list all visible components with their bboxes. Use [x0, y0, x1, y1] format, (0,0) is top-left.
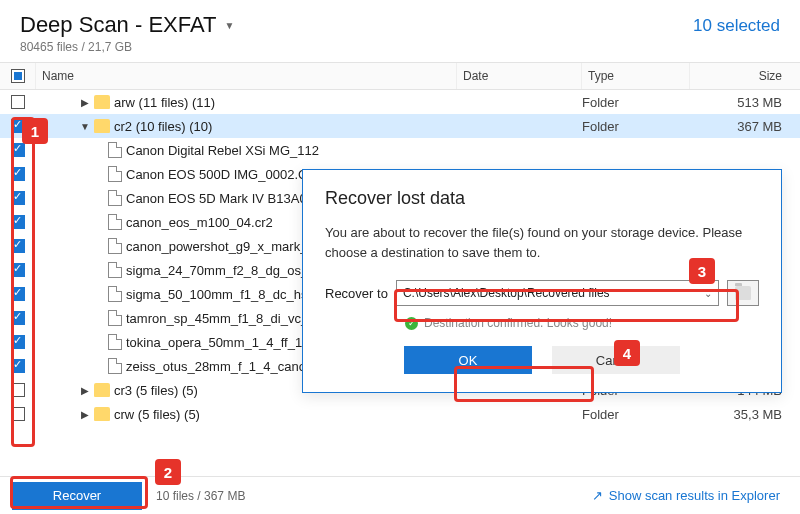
file-icon [108, 190, 122, 206]
folder-row[interactable]: ▼cr2 (10 files) (10)Folder367 MB [0, 114, 800, 138]
file-icon [108, 334, 122, 350]
row-name-text: cr3 (5 files) (5) [114, 383, 198, 398]
callout-1: 1 [22, 118, 48, 144]
destination-confirm-text: Destination confirmed. Looks good! [424, 316, 612, 330]
row-name[interactable]: ▶arw (11 files) (11) [36, 95, 457, 110]
row-checkbox[interactable] [0, 239, 36, 253]
row-type: Folder [582, 95, 690, 110]
destination-path-value: C:\Users\Alex\Desktop\Recovered files [403, 286, 610, 300]
check-icon: ✓ [405, 317, 418, 330]
row-name-text: canon_powershot_g9_x_mark_ii_ [126, 239, 320, 254]
row-name-text: crw (5 files) (5) [114, 407, 200, 422]
folder-icon [94, 95, 110, 109]
column-type[interactable]: Type [582, 63, 690, 89]
row-name[interactable]: Canon Digital Rebel XSi MG_112 [36, 142, 457, 158]
folder-icon [94, 383, 110, 397]
select-all-checkbox[interactable] [0, 63, 36, 89]
expander-icon[interactable]: ▶ [80, 97, 90, 108]
row-name-text: tokina_opera_50mm_1_4_ff_19.c [126, 335, 319, 350]
row-checkbox[interactable] [0, 191, 36, 205]
callout-3: 3 [689, 258, 715, 284]
row-name-text: zeiss_otus_28mm_f_1_4_canon_e [126, 359, 328, 374]
row-name-text: arw (11 files) (11) [114, 95, 215, 110]
row-name-text: tamron_sp_45mm_f1_8_di_vc_us [126, 311, 322, 326]
row-type: Folder [582, 119, 690, 134]
row-checkbox[interactable] [0, 263, 36, 277]
destination-confirm: ✓ Destination confirmed. Looks good! [405, 316, 759, 330]
row-checkbox[interactable] [0, 167, 36, 181]
folder-icon [735, 286, 751, 300]
scan-summary: 80465 files / 21,7 GB [20, 40, 234, 54]
file-icon [108, 166, 122, 182]
ok-button[interactable]: OK [404, 346, 532, 374]
row-name-text: Canon EOS 5D Mark IV B13A07 [126, 191, 314, 206]
file-row[interactable]: Canon Digital Rebel XSi MG_112 [0, 138, 800, 162]
title-row[interactable]: Deep Scan - EXFAT ▼ [20, 12, 234, 38]
show-in-explorer-link[interactable]: ↗ Show scan results in Explorer [592, 488, 780, 503]
destination-path-input[interactable]: C:\Users\Alex\Desktop\Recovered files ⌄ [396, 280, 719, 306]
footer: Recover 10 files / 367 MB ↗ Show scan re… [0, 476, 800, 514]
row-checkbox[interactable] [0, 143, 36, 157]
row-checkbox[interactable] [0, 215, 36, 229]
browse-button[interactable] [727, 280, 759, 306]
row-name[interactable]: ▶crw (5 files) (5) [36, 407, 457, 422]
row-name-text: canon_eos_m100_04.cr2 [126, 215, 273, 230]
folder-icon [94, 407, 110, 421]
dialog-title: Recover lost data [325, 188, 759, 209]
column-size[interactable]: Size [690, 63, 800, 89]
row-type: Folder [582, 407, 690, 422]
expander-icon[interactable]: ▼ [80, 121, 90, 132]
row-checkbox[interactable] [0, 383, 36, 397]
folder-icon [94, 119, 110, 133]
chevron-down-icon[interactable]: ▼ [224, 20, 234, 31]
file-icon [108, 262, 122, 278]
show-in-explorer-label: Show scan results in Explorer [609, 488, 780, 503]
file-icon [108, 358, 122, 374]
column-name[interactable]: Name [36, 63, 457, 89]
row-checkbox[interactable] [0, 359, 36, 373]
header-left: Deep Scan - EXFAT ▼ 80465 files / 21,7 G… [20, 12, 234, 54]
row-checkbox[interactable] [0, 407, 36, 421]
row-name-text: Canon Digital Rebel XSi MG_112 [126, 143, 319, 158]
folder-row[interactable]: ▶arw (11 files) (11)Folder513 MB [0, 90, 800, 114]
recover-button[interactable]: Recover [12, 482, 142, 510]
footer-left: Recover 10 files / 367 MB [12, 482, 245, 510]
selection-info: 10 files / 367 MB [156, 489, 245, 503]
dialog-buttons: OK Cancel [325, 346, 759, 374]
row-size: 35,3 MB [690, 407, 800, 422]
external-link-icon: ↗ [592, 488, 603, 503]
page-title: Deep Scan - EXFAT [20, 12, 216, 38]
folder-row[interactable]: ▶crw (5 files) (5)Folder35,3 MB [0, 402, 800, 426]
file-icon [108, 142, 122, 158]
row-name[interactable]: ▼cr2 (10 files) (10) [36, 119, 457, 134]
dialog-message: You are about to recover the file(s) fou… [325, 223, 759, 262]
column-date[interactable]: Date [457, 63, 582, 89]
selected-count: 10 selected [693, 16, 780, 36]
callout-4: 4 [614, 340, 640, 366]
file-icon [108, 310, 122, 326]
row-checkbox[interactable] [0, 95, 36, 109]
column-headers: Name Date Type Size [0, 62, 800, 90]
expander-icon[interactable]: ▶ [80, 409, 90, 420]
row-size: 513 MB [690, 95, 800, 110]
file-icon [108, 286, 122, 302]
file-icon [108, 238, 122, 254]
expander-icon[interactable]: ▶ [80, 385, 90, 396]
row-size: 367 MB [690, 119, 800, 134]
row-checkbox[interactable] [0, 287, 36, 301]
chevron-down-icon[interactable]: ⌄ [704, 288, 712, 299]
callout-2: 2 [155, 459, 181, 485]
row-checkbox[interactable] [0, 335, 36, 349]
file-icon [108, 214, 122, 230]
row-checkbox[interactable] [0, 311, 36, 325]
row-name-text: sigma_50_100mm_f1_8_dc_hsm_ [126, 287, 325, 302]
row-name-text: cr2 (10 files) (10) [114, 119, 212, 134]
row-name-text: sigma_24_70mm_f2_8_dg_os_hs [126, 263, 322, 278]
recover-to-label: Recover to [325, 286, 388, 301]
row-name-text: Canon EOS 500D IMG_0002.CR2 [126, 167, 324, 182]
header: Deep Scan - EXFAT ▼ 80465 files / 21,7 G… [0, 0, 800, 62]
